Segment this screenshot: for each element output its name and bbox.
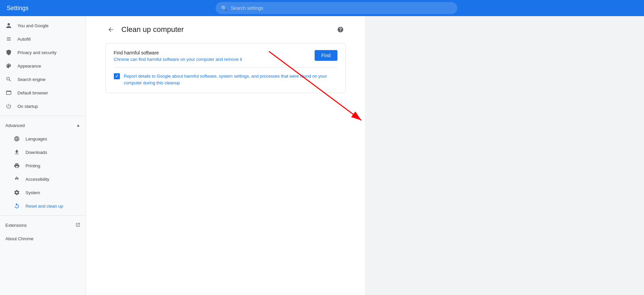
- sidebar-item-label: On startup: [17, 104, 38, 109]
- sidebar-item-autofill[interactable]: Autofill: [0, 32, 83, 46]
- sidebar-item-you-and-google[interactable]: You and Google: [0, 19, 83, 32]
- sidebar-item-search-engine[interactable]: Search engine: [0, 73, 83, 86]
- search-bar: 🔍: [216, 2, 457, 14]
- sidebar-item-label: System: [26, 190, 40, 195]
- external-link-icon: [76, 222, 80, 228]
- reset-icon: [13, 203, 20, 209]
- sidebar-item-label: Reset and clean up: [26, 204, 63, 209]
- sidebar-item-label: Appearance: [17, 64, 41, 69]
- system-icon: [13, 189, 20, 196]
- report-checkbox-row: ✓ Report details to Google about harmful…: [114, 67, 337, 86]
- sidebar-item-label: Default browser: [17, 90, 48, 95]
- printer-icon: [13, 162, 20, 169]
- page-header: Clean up computer: [105, 24, 346, 35]
- globe-icon: [13, 135, 20, 142]
- download-icon: [13, 149, 20, 156]
- sidebar-item-label: Search engine: [17, 77, 46, 82]
- person-icon: [5, 22, 12, 29]
- report-checkbox-label[interactable]: Report details to Google about harmful s…: [124, 73, 337, 86]
- advanced-label: Advanced: [5, 123, 25, 128]
- search-engine-icon: [5, 76, 12, 83]
- search-input[interactable]: [231, 5, 452, 11]
- about-chrome-label: About Chrome: [5, 236, 34, 241]
- sidebar-item-privacy-security[interactable]: Privacy and security: [0, 46, 83, 59]
- chevron-up-icon: ▲: [76, 123, 80, 128]
- sidebar-item-printing[interactable]: Printing: [0, 159, 83, 172]
- accessibility-icon: [13, 176, 20, 182]
- right-empty-area: [365, 16, 644, 295]
- sidebar-divider: [0, 116, 86, 116]
- autofill-icon: [5, 36, 12, 42]
- sidebar-item-label: Privacy and security: [17, 50, 56, 55]
- find-software-desc: Chrome can find harmful software on your…: [114, 57, 242, 62]
- sidebar-item-reset-cleanup[interactable]: Reset and clean up: [0, 199, 83, 213]
- advanced-section-header[interactable]: Advanced ▲: [0, 119, 86, 132]
- sidebar-item-languages[interactable]: Languages: [0, 132, 83, 145]
- find-button[interactable]: Find: [315, 50, 337, 61]
- sidebar-item-default-browser[interactable]: Default browser: [0, 86, 83, 99]
- back-button[interactable]: [105, 24, 116, 35]
- sidebar-item-system[interactable]: System: [0, 186, 83, 199]
- find-software-text: Find harmful software Chrome can find ha…: [114, 50, 242, 62]
- find-software-title: Find harmful software: [114, 50, 242, 55]
- sidebar-item-label: Accessibility: [26, 177, 49, 182]
- sidebar-item-accessibility[interactable]: Accessibility: [0, 172, 83, 186]
- main-content: Clean up computer Find harmful software …: [86, 16, 365, 295]
- checkmark-icon: ✓: [115, 74, 119, 79]
- search-icon: 🔍: [221, 5, 228, 11]
- app-title: Settings: [7, 5, 29, 12]
- sidebar-item-label: Printing: [26, 163, 40, 168]
- help-button[interactable]: [335, 24, 346, 35]
- sidebar-item-extensions[interactable]: Extensions: [0, 218, 86, 232]
- sidebar-item-label: Autofill: [17, 37, 31, 42]
- svg-point-0: [16, 177, 17, 178]
- browser-icon: [5, 89, 12, 96]
- topbar: Settings 🔍: [0, 0, 644, 16]
- sidebar-item-label: Downloads: [26, 150, 47, 155]
- sidebar-item-label: Languages: [26, 136, 47, 141]
- power-icon: [5, 103, 12, 110]
- sidebar-item-on-startup[interactable]: On startup: [0, 99, 83, 113]
- extensions-label: Extensions: [5, 223, 27, 228]
- palette-icon: [5, 62, 12, 69]
- sidebar: You and Google Autofill Privacy and secu…: [0, 16, 86, 295]
- find-software-row: Find harmful software Chrome can find ha…: [114, 50, 337, 62]
- shield-icon: [5, 49, 12, 56]
- sidebar-item-appearance[interactable]: Appearance: [0, 59, 83, 73]
- find-software-card: Find harmful software Chrome can find ha…: [105, 43, 346, 93]
- report-checkbox[interactable]: ✓: [114, 73, 120, 79]
- page-title: Clean up computer: [122, 25, 330, 34]
- sidebar-divider-2: [0, 215, 86, 216]
- sidebar-item-downloads[interactable]: Downloads: [0, 145, 83, 159]
- sidebar-item-about-chrome[interactable]: About Chrome: [0, 232, 83, 245]
- sidebar-item-label: You and Google: [17, 23, 49, 28]
